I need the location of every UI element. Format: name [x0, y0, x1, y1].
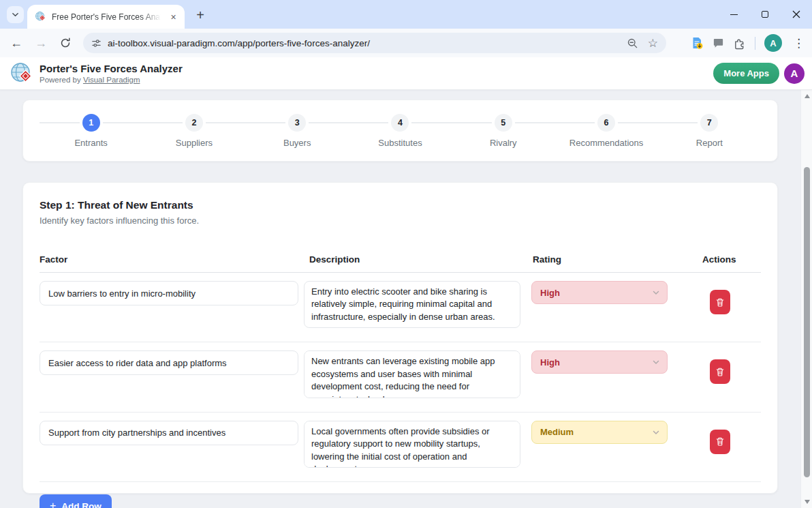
step-label: Suppliers	[176, 138, 213, 148]
factor-input[interactable]	[40, 281, 298, 305]
delete-row-button[interactable]	[710, 430, 730, 454]
trash-icon	[715, 436, 725, 447]
description-textarea[interactable]	[304, 281, 520, 328]
new-tab-button[interactable]: +	[191, 6, 209, 24]
page-content: 1 Entrants 2 Suppliers 3 Buyers 4 Substi…	[0, 90, 812, 508]
rating-select[interactable]: Medium	[531, 421, 668, 444]
stepper-step[interactable]: 2 Suppliers	[142, 114, 245, 161]
triangle-down-icon	[805, 500, 810, 504]
toolbar-extensions-area: A ⋮	[690, 29, 807, 57]
table-row: Medium	[40, 413, 761, 482]
chevron-down-icon	[652, 428, 660, 436]
rating-value: High	[540, 357, 560, 368]
minimize-icon	[730, 14, 738, 15]
window-maximize-button[interactable]	[749, 0, 781, 29]
powered-by: Powered by Visual Paradigm	[40, 76, 183, 84]
step-label: Rivalry	[490, 138, 517, 148]
back-button[interactable]: ←	[7, 33, 26, 53]
description-textarea[interactable]	[304, 421, 520, 468]
factor-input[interactable]	[40, 350, 298, 375]
rating-select[interactable]: High	[531, 350, 668, 374]
stepper-step[interactable]: 4 Substitutes	[349, 114, 452, 161]
tab-title: Free Porter's Five Forces Analyzer	[52, 12, 161, 22]
plus-icon: +	[50, 500, 56, 508]
delete-row-button[interactable]	[710, 290, 730, 314]
more-apps-button[interactable]: More Apps	[713, 63, 779, 84]
scrollbar-down-arrow[interactable]	[801, 496, 812, 507]
browser-titlebar: Free Porter's Five Forces Analyzer × +	[0, 0, 812, 29]
step-label: Entrants	[74, 138, 107, 148]
scrollbar-up-arrow[interactable]	[801, 91, 812, 102]
rating-select[interactable]: High	[531, 281, 668, 304]
visual-paradigm-logo	[10, 61, 34, 86]
factor-input[interactable]	[40, 421, 298, 445]
page-scrollbar[interactable]	[800, 90, 812, 508]
stepper: 1 Entrants 2 Suppliers 3 Buyers 4 Substi…	[22, 100, 778, 162]
stepper-step[interactable]: 7 Report	[658, 114, 761, 161]
table-row: High	[40, 273, 761, 342]
table-header-row: Factor Description Rating Actions	[40, 254, 761, 273]
column-header-description: Description	[304, 254, 525, 265]
url-text[interactable]: ai-toolbox.visual-paradigm.com/app/porte…	[108, 38, 370, 48]
user-avatar[interactable]: A	[784, 63, 805, 84]
step-label: Substitutes	[378, 138, 422, 148]
add-row-label: Add Row	[61, 501, 102, 508]
browser-profile-avatar[interactable]: A	[764, 34, 782, 52]
browser-menu-icon[interactable]: ⋮	[791, 36, 807, 50]
factors-table: Factor Description Rating Actions High	[40, 254, 761, 482]
step-panel-subtitle: Identify key factors influencing this fo…	[40, 215, 761, 226]
stepper-step[interactable]: 1 Entrants	[40, 114, 142, 161]
address-bar[interactable]: ai-toolbox.visual-paradigm.com/app/porte…	[83, 33, 666, 53]
reading-mode-icon[interactable]	[690, 36, 704, 50]
stepper-step[interactable]: 6 Recommendations	[555, 114, 657, 161]
triangle-up-icon	[805, 94, 810, 98]
trash-icon	[715, 367, 725, 377]
delete-row-button[interactable]	[710, 359, 730, 384]
app-header: Porter's Five Forces Analyzer Powered by…	[0, 57, 812, 90]
toolbar-separator	[755, 37, 755, 50]
window-controls	[718, 0, 812, 29]
step-panel-title: Step 1: Threat of New Entrants	[40, 199, 761, 211]
visual-paradigm-favicon	[35, 11, 46, 23]
stepper-step[interactable]: 5 Rivalry	[452, 114, 555, 161]
window-close-button[interactable]	[781, 0, 812, 29]
step-number-badge: 3	[288, 114, 306, 132]
tab-search-button[interactable]	[7, 6, 24, 23]
table-row: High	[40, 342, 761, 412]
table-body: High	[40, 273, 761, 482]
step-number-badge: 4	[391, 114, 409, 132]
step-number-badge: 1	[82, 114, 100, 132]
visual-paradigm-link[interactable]: Visual Paradigm	[83, 76, 140, 84]
step-panel: Step 1: Threat of New Entrants Identify …	[22, 182, 778, 494]
column-header-actions: Actions	[685, 254, 761, 265]
rating-value: Medium	[540, 427, 574, 437]
description-textarea[interactable]	[304, 350, 520, 398]
browser-tab[interactable]: Free Porter's Five Forces Analyzer ×	[27, 5, 185, 29]
browser-toolbar: ← → ai-toolbox.visual-paradigm.com/app/p…	[0, 29, 812, 57]
step-number-badge: 5	[495, 114, 512, 132]
step-number-badge: 2	[185, 114, 203, 132]
column-header-rating: Rating	[525, 254, 685, 265]
feedback-bubble-icon[interactable]	[713, 38, 724, 49]
page-title: Porter's Five Forces Analyzer	[40, 63, 183, 74]
add-row-button[interactable]: + Add Row	[40, 494, 112, 508]
extensions-puzzle-icon[interactable]	[733, 37, 746, 50]
close-icon	[792, 10, 800, 18]
step-number-badge: 6	[597, 114, 615, 132]
step-label: Buyers	[283, 138, 311, 148]
chevron-down-icon	[652, 288, 660, 297]
reload-button[interactable]	[56, 33, 75, 53]
scrollbar-thumb[interactable]	[804, 167, 810, 477]
chevron-down-icon	[12, 11, 19, 18]
stepper-step[interactable]: 3 Buyers	[246, 114, 349, 161]
window-minimize-button[interactable]	[718, 0, 749, 29]
bookmark-star-icon[interactable]: ☆	[648, 38, 658, 49]
chevron-down-icon	[652, 358, 660, 366]
step-label: Report	[696, 138, 723, 148]
trash-icon	[715, 297, 725, 308]
reload-icon	[60, 38, 71, 48]
forward-button[interactable]: →	[31, 33, 50, 53]
site-settings-icon[interactable]	[91, 38, 102, 48]
zoom-out-icon[interactable]	[627, 38, 638, 49]
tab-close-icon[interactable]: ×	[168, 11, 179, 23]
